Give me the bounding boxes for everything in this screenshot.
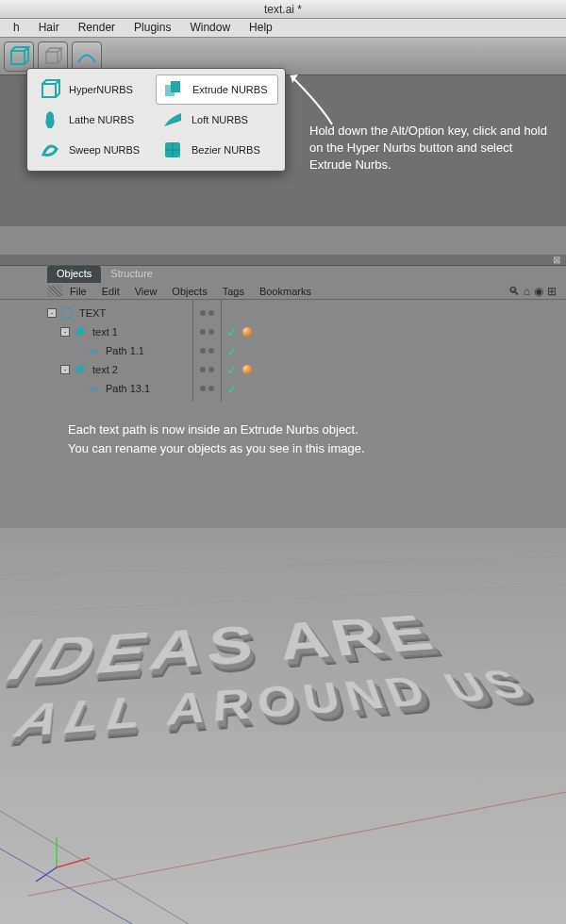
svg-line-11 bbox=[0, 556, 566, 575]
visibility-dots[interactable] bbox=[193, 322, 221, 341]
tree-node-label: Path 1.1 bbox=[106, 345, 144, 356]
tags-row bbox=[222, 304, 566, 322]
3d-viewport[interactable]: IDEAS ARE ALL AROUND US bbox=[0, 528, 566, 924]
nurbs-item-label: HyperNURBS bbox=[69, 84, 133, 95]
expander-icon[interactable]: - bbox=[60, 327, 70, 337]
annotation-text-2: Each text path is now inside an Extrude … bbox=[0, 402, 566, 476]
eye-icon[interactable]: ◉ bbox=[534, 285, 543, 298]
3d-text-object: IDEAS ARE ALL AROUND US bbox=[0, 603, 566, 737]
panel-menu-edit[interactable]: Edit bbox=[94, 286, 127, 297]
tree-row-path1[interactable]: Path 1.1 bbox=[47, 341, 189, 360]
tree-row-text1[interactable]: - text 1 bbox=[47, 322, 189, 341]
axis-gizmo[interactable] bbox=[28, 830, 104, 886]
expander-icon[interactable]: - bbox=[47, 308, 57, 318]
path-icon bbox=[87, 344, 100, 357]
toolbar-button-3[interactable] bbox=[72, 41, 102, 72]
nurbs-item-extrude[interactable]: Extrude NURBS bbox=[156, 74, 278, 105]
search-icon[interactable]: 🔍︎ bbox=[508, 285, 520, 298]
panel-menubar: File Edit View Objects Tags Bookmarks 🔍︎… bbox=[0, 283, 566, 300]
panel-menu-view[interactable]: View bbox=[127, 286, 165, 297]
phong-tag-icon[interactable] bbox=[242, 365, 252, 374]
nurbs-item-hypernurbs[interactable]: HyperNURBS bbox=[33, 74, 156, 105]
svg-rect-2 bbox=[42, 84, 56, 97]
nurbs-item-label: Extrude NURBS bbox=[192, 84, 267, 95]
tree-row-path13[interactable]: Path 13.1 bbox=[47, 379, 189, 398]
toolbar-button-2[interactable] bbox=[38, 41, 68, 72]
svg-rect-6 bbox=[62, 308, 72, 318]
svg-rect-0 bbox=[11, 51, 25, 64]
tags-row: ✓ bbox=[222, 322, 566, 341]
extrude-icon bbox=[162, 78, 185, 101]
extrude-small-icon bbox=[74, 325, 87, 338]
wire-cube-icon bbox=[42, 45, 64, 68]
nurbs-item-lathe[interactable]: Lathe NURBS bbox=[33, 105, 156, 135]
bezier-icon bbox=[161, 139, 184, 161]
menu-plugins[interactable]: Plugins bbox=[125, 19, 180, 37]
nurbs-popup-menu: HyperNURBS Extrude NURBS Lathe NURBS Lof… bbox=[26, 68, 286, 172]
tab-structure[interactable]: Structure bbox=[101, 266, 162, 283]
tags-row: ✓ bbox=[222, 379, 566, 398]
nurbs-item-bezier[interactable]: Bezier NURBS bbox=[156, 135, 278, 165]
tree-node-label: text 2 bbox=[92, 364, 118, 375]
window-title: text.ai * bbox=[264, 3, 302, 16]
menu-help[interactable]: Help bbox=[240, 19, 282, 37]
null-icon bbox=[60, 306, 74, 320]
nurbs-item-loft[interactable]: Loft NURBS bbox=[156, 105, 278, 135]
spline-icon bbox=[75, 45, 98, 68]
panel-close-icon[interactable]: ⊠ bbox=[553, 255, 560, 265]
loft-icon bbox=[161, 108, 184, 131]
hypernurbs-icon bbox=[39, 78, 61, 101]
visibility-dots[interactable] bbox=[193, 341, 221, 360]
phong-tag-icon[interactable] bbox=[242, 327, 252, 337]
hypernurbs-button[interactable] bbox=[4, 41, 34, 72]
plus-icon[interactable]: ⊞ bbox=[547, 285, 557, 298]
tree-node-label: TEXT bbox=[79, 307, 106, 319]
svg-rect-10 bbox=[78, 365, 84, 371]
svg-line-15 bbox=[28, 792, 566, 896]
nurbs-item-label: Lathe NURBS bbox=[69, 114, 134, 125]
nurbs-item-label: Loft NURBS bbox=[191, 114, 248, 125]
tags-column: ✓ ✓ ✓ ✓ bbox=[222, 300, 566, 402]
svg-rect-4 bbox=[171, 81, 180, 92]
expander-icon[interactable]: - bbox=[60, 365, 70, 374]
menu-cropped[interactable]: h bbox=[4, 19, 29, 37]
extrude-small-icon bbox=[74, 363, 87, 376]
panel-menu-tags[interactable]: Tags bbox=[215, 286, 252, 297]
annotation-line: You can rename your objects as you see i… bbox=[68, 439, 547, 458]
path-icon bbox=[87, 382, 100, 395]
object-tree: - TEXT - text 1 Path 1.1 - text bbox=[0, 300, 192, 402]
menu-hair[interactable]: Hair bbox=[29, 19, 69, 37]
tree-row-text2[interactable]: - text 2 bbox=[47, 360, 189, 379]
tree-row-root[interactable]: - TEXT bbox=[47, 304, 189, 322]
check-icon[interactable]: ✓ bbox=[227, 345, 239, 356]
svg-rect-8 bbox=[78, 327, 84, 334]
svg-line-17 bbox=[57, 858, 90, 867]
tab-objects[interactable]: Objects bbox=[47, 266, 101, 283]
lathe-icon bbox=[39, 108, 61, 131]
menu-window[interactable]: Window bbox=[180, 19, 240, 37]
panel-top-strip: ⊠ bbox=[0, 255, 566, 266]
visibility-dots[interactable] bbox=[193, 304, 221, 322]
svg-rect-1 bbox=[46, 52, 58, 63]
sweep-icon bbox=[39, 139, 61, 161]
texture-icon[interactable] bbox=[47, 286, 62, 297]
nurbs-item-sweep[interactable]: Sweep NURBS bbox=[33, 135, 156, 165]
visibility-column bbox=[193, 300, 222, 402]
app-menubar: h Hair Render Plugins Window Help bbox=[0, 19, 566, 38]
check-icon[interactable]: ✓ bbox=[227, 326, 239, 338]
panel-menu-bookmarks[interactable]: Bookmarks bbox=[252, 286, 319, 297]
visibility-dots[interactable] bbox=[193, 379, 221, 398]
cube-icon bbox=[8, 45, 30, 68]
annotation-text-1: Hold down the Alt/Option key, click and … bbox=[309, 123, 555, 174]
visibility-dots[interactable] bbox=[193, 360, 221, 379]
panel-menu-file[interactable]: File bbox=[62, 286, 94, 297]
panel-menu-objects[interactable]: Objects bbox=[164, 286, 214, 297]
menu-render[interactable]: Render bbox=[69, 19, 125, 37]
tree-node-label: Path 13.1 bbox=[106, 383, 150, 394]
home-icon[interactable]: ⌂ bbox=[524, 285, 530, 298]
check-icon[interactable]: ✓ bbox=[227, 364, 239, 375]
tags-row: ✓ bbox=[222, 341, 566, 360]
check-icon[interactable]: ✓ bbox=[227, 383, 239, 394]
panel-tabs: Objects Structure bbox=[0, 266, 566, 283]
annotation-line: Each text path is now inside an Extrude … bbox=[68, 421, 547, 439]
